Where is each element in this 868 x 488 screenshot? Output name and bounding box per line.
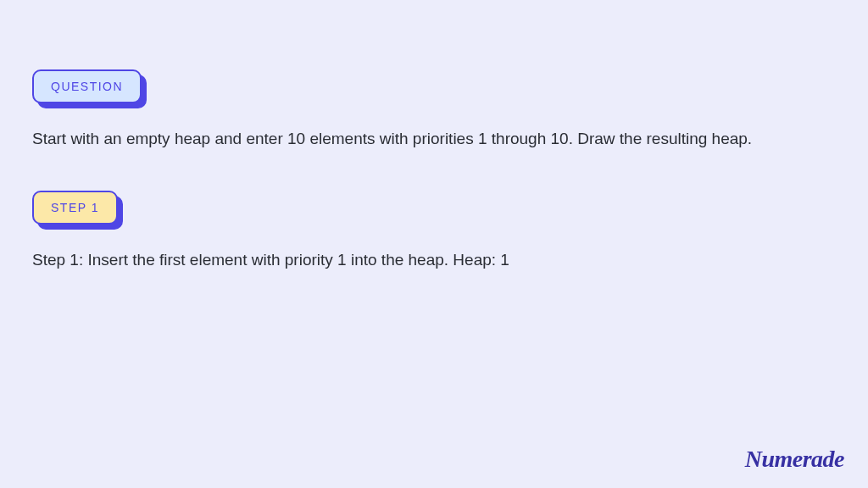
question-text: Start with an empty heap and enter 10 el… xyxy=(32,127,836,152)
step-badge-label: STEP 1 xyxy=(32,191,118,225)
step-text: Step 1: Insert the first element with pr… xyxy=(32,248,836,273)
question-badge-label: QUESTION xyxy=(32,69,142,103)
question-badge: QUESTION xyxy=(32,69,142,103)
brand-logo: Numerade xyxy=(745,446,844,473)
step-badge: STEP 1 xyxy=(32,191,118,225)
slide-content: QUESTION Start with an empty heap and en… xyxy=(0,0,868,272)
